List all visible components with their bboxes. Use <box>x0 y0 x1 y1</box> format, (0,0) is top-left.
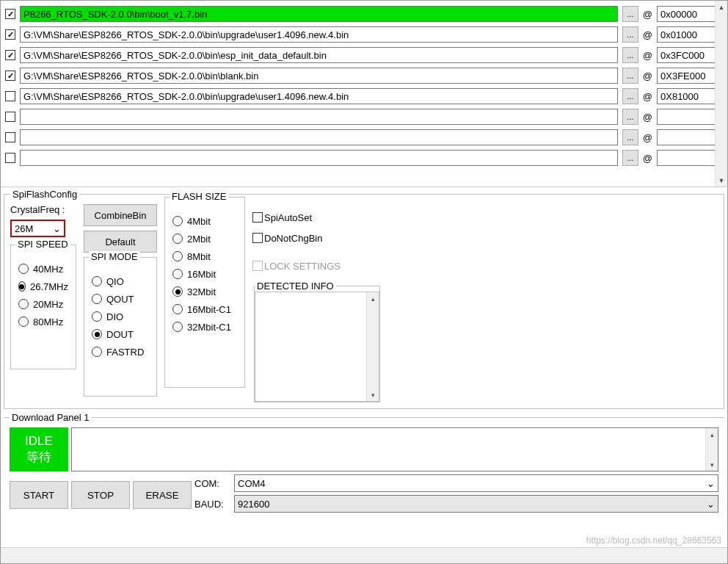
radio-icon <box>172 251 183 261</box>
browse-button[interactable]: ... <box>622 6 638 22</box>
radio-option[interactable]: DOUT <box>92 325 149 343</box>
radio-icon <box>18 299 29 309</box>
radio-label: FASTRD <box>106 347 144 358</box>
radio-option[interactable]: 16Mbit-C1 <box>172 300 237 318</box>
radio-option[interactable]: 32Mbit <box>172 283 237 300</box>
path-input[interactable] <box>20 88 618 104</box>
radio-icon <box>18 317 29 327</box>
radio-option[interactable]: 32Mbit-C1 <box>172 318 237 336</box>
scroll-up-arrow[interactable]: ▴ <box>706 428 718 441</box>
at-label: @ <box>643 70 652 82</box>
path-input[interactable] <box>20 109 618 125</box>
stop-button[interactable]: STOP <box>71 481 130 509</box>
scroll-up-arrow[interactable]: ▲ <box>716 1 727 13</box>
radio-icon <box>172 286 183 297</box>
spi-flash-config-group: SpiFlashConfig CrystalFreq : 26M ⌄ SPI S… <box>4 189 724 409</box>
browse-button[interactable]: ... <box>622 88 638 104</box>
radio-label: 80MHz <box>33 317 63 328</box>
radio-icon <box>92 294 102 304</box>
row-checkbox[interactable] <box>5 70 15 81</box>
scroll-down-arrow[interactable]: ▼ <box>716 174 727 187</box>
path-input[interactable] <box>20 150 618 166</box>
detected-info-box: ▴ ▾ <box>255 292 379 402</box>
download-panel: Download Panel 1 IDLE 等待 ▴ ▾ START STOP … <box>4 412 724 529</box>
row-checkbox[interactable] <box>5 50 15 60</box>
file-list-scrollbar[interactable]: ▲ ▼ <box>715 1 727 187</box>
radio-option[interactable]: 26.7MHz <box>18 278 68 295</box>
radio-label: 40MHz <box>33 264 63 275</box>
radio-option[interactable]: 20MHz <box>18 295 68 313</box>
radio-option[interactable]: FASTRD <box>92 343 149 361</box>
radio-icon <box>18 264 29 274</box>
address-input[interactable] <box>657 26 723 43</box>
path-input[interactable] <box>20 47 618 63</box>
row-checkbox[interactable] <box>5 112 15 122</box>
row-checkbox[interactable] <box>5 91 15 101</box>
address-input[interactable] <box>657 129 723 145</box>
address-input[interactable] <box>657 109 723 125</box>
radio-option[interactable]: 16Mbit <box>172 265 237 283</box>
radio-label: DIO <box>106 311 123 322</box>
address-input[interactable] <box>657 88 723 104</box>
address-input[interactable] <box>657 6 723 22</box>
radio-icon <box>92 347 102 357</box>
row-checkbox[interactable] <box>5 153 15 163</box>
path-input[interactable] <box>20 26 618 43</box>
radio-option[interactable]: 8Mbit <box>172 247 237 265</box>
com-select[interactable]: COM4 ⌄ <box>234 474 718 492</box>
log-scrollbar[interactable]: ▴ ▾ <box>705 428 718 471</box>
radio-icon <box>92 329 102 339</box>
scroll-up-arrow[interactable]: ▴ <box>367 292 379 305</box>
radio-label: 4Mbit <box>187 216 211 227</box>
address-input[interactable] <box>657 150 723 166</box>
radio-option[interactable]: 80MHz <box>18 313 68 330</box>
erase-button[interactable]: ERASE <box>133 481 192 509</box>
scroll-down-arrow[interactable]: ▾ <box>706 458 718 471</box>
radio-option[interactable]: 4Mbit <box>172 212 237 230</box>
bin-row: ...@ <box>5 129 723 146</box>
default-button[interactable]: Default <box>84 231 157 253</box>
radio-label: QOUT <box>106 294 134 305</box>
combine-bin-button[interactable]: CombineBin <box>84 204 157 226</box>
scroll-down-arrow[interactable]: ▾ <box>367 388 379 401</box>
row-checkbox[interactable] <box>5 29 15 40</box>
flash-size-group: FLASH SIZE 4Mbit2Mbit8Mbit16Mbit32Mbit16… <box>164 197 245 388</box>
at-label: @ <box>643 91 652 102</box>
radio-option[interactable]: 40MHz <box>18 260 68 278</box>
path-input[interactable] <box>20 6 618 22</box>
spi-auto-set-checkbox[interactable]: SpiAutoSet <box>252 209 382 226</box>
at-label: @ <box>643 153 652 164</box>
browse-button[interactable]: ... <box>622 26 638 43</box>
radio-option[interactable]: DIO <box>92 308 149 325</box>
radio-icon <box>172 322 183 332</box>
path-input[interactable] <box>20 68 618 84</box>
log-output: ▴ ▾ <box>71 427 718 471</box>
radio-option[interactable]: 2Mbit <box>172 230 237 247</box>
status-box: IDLE 等待 <box>10 427 68 471</box>
detected-info-label: DETECTED INFO <box>255 281 336 292</box>
spi-speed-title: SPI SPEED <box>15 239 70 250</box>
browse-button[interactable]: ... <box>622 68 638 84</box>
path-input[interactable] <box>20 129 618 145</box>
radio-option[interactable]: QIO <box>92 272 149 290</box>
status-bar <box>1 547 727 563</box>
crystal-freq-select[interactable]: 26M ⌄ <box>10 220 65 237</box>
row-checkbox[interactable] <box>5 132 15 142</box>
browse-button[interactable]: ... <box>622 129 638 145</box>
row-checkbox[interactable] <box>5 9 15 19</box>
radio-option[interactable]: QOUT <box>92 290 149 308</box>
browse-button[interactable]: ... <box>622 150 638 166</box>
address-input[interactable] <box>657 47 723 63</box>
browse-button[interactable]: ... <box>622 47 638 63</box>
radio-icon <box>92 311 102 322</box>
detected-scrollbar[interactable]: ▴ ▾ <box>366 292 379 401</box>
bin-row: ...@ <box>5 5 723 23</box>
browse-button[interactable]: ... <box>622 109 638 125</box>
baud-select[interactable]: 921600 ⌄ <box>234 495 718 513</box>
radio-label: DOUT <box>106 329 134 340</box>
start-button[interactable]: START <box>10 481 68 509</box>
address-input[interactable] <box>657 68 723 84</box>
radio-label: 26.7MHz <box>30 281 68 292</box>
download-panel-label: Download Panel 1 <box>10 412 92 423</box>
do-not-chg-bin-checkbox[interactable]: DoNotChgBin <box>252 229 382 247</box>
